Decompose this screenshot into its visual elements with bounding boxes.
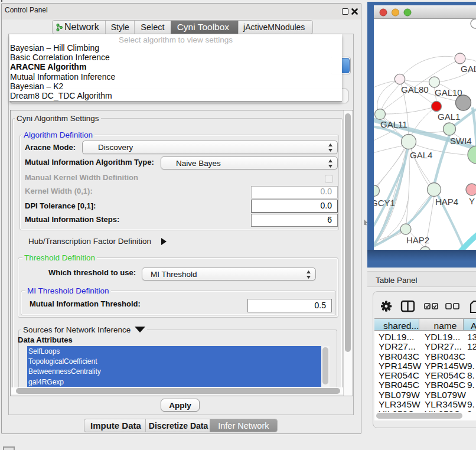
svg-text:GAL80: GAL80 — [401, 84, 429, 94]
svg-text:GAL1: GAL1 — [438, 112, 460, 122]
svg-text:GAL11: GAL11 — [380, 119, 407, 129]
svg-text:GAL10: GAL10 — [435, 87, 462, 97]
svg-text:GCY1: GCY1 — [374, 198, 395, 208]
svg-text:SWI4: SWI4 — [450, 136, 472, 146]
svg-text:GAL4: GAL4 — [410, 150, 432, 160]
svg-text:GAL7: GAL7 — [461, 64, 476, 74]
svg-text:HAP2: HAP2 — [406, 235, 429, 245]
svg-text:Y: Y — [469, 196, 475, 206]
svg-text:HAP4: HAP4 — [435, 197, 458, 207]
